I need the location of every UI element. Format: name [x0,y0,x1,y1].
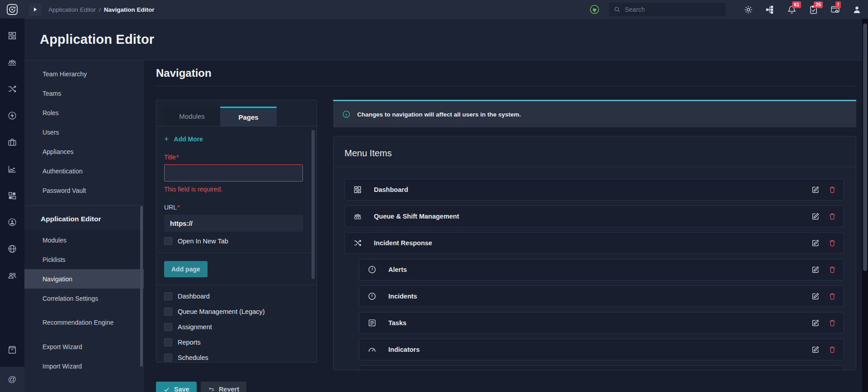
menu-item-row-partial[interactable] [359,365,844,370]
menu-item-row[interactable]: Incident Response [344,232,844,254]
settings-gear-icon[interactable] [744,5,753,14]
app-logo[interactable] [0,0,24,19]
people-icon[interactable] [7,271,17,280]
open-in-new-tab-checkbox[interactable] [164,237,172,245]
form-divider [156,252,316,253]
plus-icon: + [164,135,169,143]
revert-button[interactable]: Revert [201,382,246,392]
title-field[interactable] [164,164,303,182]
notifications-bell-icon[interactable]: 61 [787,5,797,14]
queue-management-icon[interactable] [7,57,17,67]
sidebar-item-modules[interactable]: Modules [24,230,144,250]
menu-item-row[interactable]: Queue & Shift Management [344,205,844,227]
sidebar-item-team-hierarchy[interactable]: Team Hierarchy [24,64,144,84]
global-search[interactable] [609,3,726,16]
edit-menu-item-button[interactable] [811,319,820,327]
menu-item-row[interactable]: Tasks [359,312,844,334]
search-input[interactable] [625,6,721,13]
sidebar-item-password-vault[interactable]: Password Vault [24,181,144,200]
page-scrollbar[interactable] [862,19,868,392]
sidebar-item-appliances[interactable]: Appliances [24,142,144,161]
sidebar-item-export-wizard[interactable]: Export Wizard [24,337,144,356]
delete-menu-item-button[interactable] [828,186,836,194]
delete-menu-item-button[interactable] [828,319,836,327]
edit-menu-item-button[interactable] [811,292,820,300]
page-option-queue-management-legacy[interactable]: Queue Management (Legacy) [164,308,303,316]
breadcrumb-current: Navigation Editor [104,6,155,13]
section-title: Navigation [156,67,856,79]
sidebar-item-correlation-settings[interactable]: Correlation Settings [24,289,144,308]
edit-menu-item-button[interactable] [811,212,820,220]
archive-icon[interactable] [7,345,17,355]
menu-items-card: Menu Items Dashboard [333,136,856,370]
search-icon [613,6,621,13]
system-alert-badge: ! [835,1,841,8]
form-divider [156,285,316,285]
edit-menu-item-button[interactable] [811,345,820,354]
incident-response-icon[interactable] [7,84,17,94]
page-option-dashboard[interactable]: Dashboard [164,292,303,300]
automation-icon[interactable] [7,111,17,121]
page-option-assignment[interactable]: Assignment [164,323,303,331]
page-scrollbar-thumb[interactable] [863,23,867,271]
menu-item-row[interactable]: Dashboard [344,179,844,201]
page-checkbox[interactable] [164,308,172,316]
sidebar-item-teams[interactable]: Teams [24,84,144,103]
sidebar-item-import-wizard[interactable]: Import Wizard [24,356,144,376]
sidebar-scrollbar-thumb[interactable] [140,206,143,367]
edit-menu-item-button[interactable] [811,186,820,194]
sidebar-item-users[interactable]: Users [24,122,144,142]
page-checkbox[interactable] [164,354,172,362]
revert-arrow-icon [208,386,215,392]
save-button[interactable]: Save [156,382,197,392]
war-room-icon[interactable] [7,217,17,227]
menu-item-row[interactable]: Alerts [359,259,844,280]
main-content: Navigation Modules Pages + Add More [144,61,868,392]
reports-icon[interactable] [7,164,17,174]
url-field-label: URL* [164,204,303,211]
add-more-link[interactable]: + Add More [164,135,303,143]
user-avatar-icon[interactable] [852,5,862,14]
page-checkbox[interactable] [164,338,172,346]
menu-item-row[interactable]: Indicators [359,339,844,360]
delete-menu-item-button[interactable] [828,292,836,300]
page-checkbox[interactable] [164,292,172,300]
page-option-reports[interactable]: Reports [164,338,303,346]
assets-icon[interactable] [7,137,17,147]
add-page-button[interactable]: Add page [164,261,208,277]
modules-icon[interactable] [7,191,17,201]
page-option-schedules[interactable]: Schedules [164,354,303,362]
page-checkbox[interactable] [164,323,172,331]
editor-scrollbar-thumb[interactable] [311,130,315,279]
connectors-status-icon[interactable] [589,4,600,15]
sidebar-item-picklists[interactable]: Picklists [24,250,144,269]
tab-modules[interactable]: Modules [164,107,220,126]
delete-menu-item-button[interactable] [828,266,836,274]
mentions-icon[interactable]: @ [8,374,16,384]
page-checkbox-list: Dashboard Queue Management (Legacy) Assi… [164,292,303,362]
delete-menu-item-button[interactable] [828,345,836,354]
breadcrumb-parent[interactable]: Application Editor [48,6,96,13]
gauge-icon [368,345,377,354]
approvals-clipboard-icon[interactable]: 25 [809,5,818,14]
tab-pages[interactable]: Pages [220,107,277,126]
sidebar-item-roles[interactable]: Roles [24,103,144,122]
system-status-icon[interactable]: ! [830,5,840,14]
sidebar-item-authentication[interactable]: Authentication [24,161,144,181]
integrations-icon[interactable] [765,5,775,14]
edit-menu-item-button[interactable] [811,266,820,274]
sidebar-item-recommendation-engine[interactable]: Recommendation Engine [24,308,144,337]
url-field[interactable] [164,215,303,232]
edit-menu-item-button[interactable] [811,239,820,247]
sidebar-section-title: Application Editor [24,206,144,230]
threat-intel-icon[interactable] [7,244,17,254]
approvals-badge: 25 [814,1,823,8]
expand-nav-button[interactable] [29,4,41,16]
sidebar-item-navigation[interactable]: Navigation [24,269,144,289]
menu-item-row[interactable]: Incidents [359,285,844,307]
topbar: Application Editor / Navigation Editor 6… [24,0,868,19]
open-in-new-tab-option[interactable]: Open In New Tab [164,237,303,245]
delete-menu-item-button[interactable] [828,239,836,247]
dashboard-icon[interactable] [7,31,17,41]
delete-menu-item-button[interactable] [828,212,836,220]
